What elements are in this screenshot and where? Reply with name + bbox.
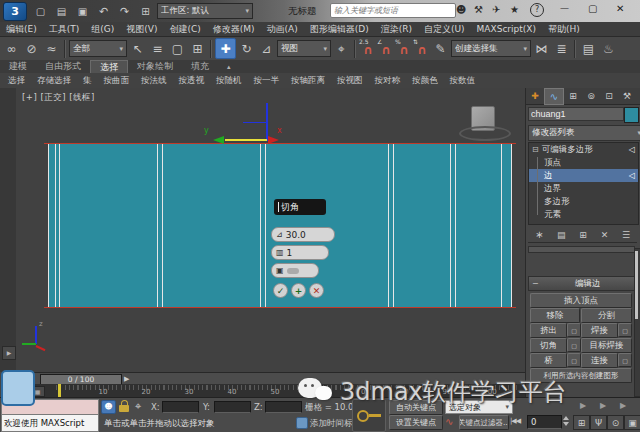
ribbon-btn-by-half[interactable]: 按一半	[249, 75, 285, 87]
frame-spinner[interactable]	[562, 415, 570, 427]
caddy-ok-button[interactable]: ✓	[273, 283, 288, 298]
menu-views[interactable]: 视图(V)	[120, 23, 163, 36]
undo-icon[interactable]: ↶	[94, 2, 113, 21]
edge-line[interactable]	[48, 144, 49, 307]
maximize-viewport-icon[interactable]: ▣	[624, 415, 640, 430]
caddy-amount-field[interactable]: ⊿ 30.0	[271, 227, 335, 242]
edge-line[interactable]	[455, 144, 456, 307]
pin-stack-icon[interactable]: ◁	[629, 145, 635, 154]
menu-modifiers[interactable]: 修改器(M)	[207, 23, 261, 36]
reference-coordinate-dropdown[interactable]: 视图 ▾	[277, 40, 331, 57]
align-icon[interactable]: ≣	[552, 39, 571, 58]
select-by-name-icon[interactable]: ≡	[148, 39, 167, 58]
weld-button[interactable]: 焊接	[581, 323, 618, 338]
tab-hierarchy-icon[interactable]: ⊞	[564, 89, 582, 104]
ribbon-btn-stored-selections[interactable]: 存储选择	[32, 75, 76, 87]
key-filters-button[interactable]: 关键点过滤器...	[459, 415, 509, 430]
ribbon-tab-freeform[interactable]: 自由形式	[36, 60, 90, 73]
caddy-segments-field[interactable]: ▥ 1	[271, 245, 329, 260]
menu-help[interactable]: 帮助(H)	[542, 23, 586, 36]
minimize-button[interactable]: —	[560, 3, 569, 13]
menu-maxscript[interactable]: MAXScript(X)	[471, 24, 542, 34]
redo-icon[interactable]: ↷	[115, 2, 134, 21]
select-and-link-icon[interactable]: ∞	[2, 39, 21, 58]
menu-rendering[interactable]: 渲染(R)	[375, 23, 418, 36]
bridge-settings-icon[interactable]: ▢	[567, 353, 581, 367]
edge-line[interactable]	[162, 144, 163, 307]
extrude-settings-icon[interactable]: ▢	[567, 323, 581, 337]
rotate-tool-icon[interactable]: ↻	[237, 39, 256, 58]
menu-edit[interactable]: 编辑(E)	[0, 23, 43, 36]
isolate-selection-button[interactable]: ☻	[101, 400, 116, 414]
key-mode-wave-icon[interactable]: ∿	[445, 416, 453, 427]
bind-to-spacewarp-icon[interactable]: ≈	[42, 39, 61, 58]
edge-line[interactable]	[59, 144, 60, 307]
target-weld-button[interactable]: 目标焊接	[581, 338, 632, 353]
search-input[interactable]	[330, 3, 456, 18]
edge-line[interactable]	[450, 144, 451, 307]
tab-motion-icon[interactable]: ⊚	[582, 89, 600, 104]
open-file-icon[interactable]: ▤	[52, 2, 71, 21]
render-setup-icon[interactable]: ♨	[599, 39, 618, 58]
ribbon-btn-by-surface[interactable]: 按曲面	[99, 75, 135, 87]
strip-expand-button[interactable]: ▶	[2, 346, 16, 360]
workspace-dropdown[interactable]: 工作区: 默认 ▾	[157, 3, 253, 19]
ribbon-btn-sets[interactable]: 集	[78, 75, 97, 87]
configure-modifier-sets-icon[interactable]: ☰	[622, 230, 630, 240]
ribbon-btn-by-view[interactable]: 按视图	[332, 75, 368, 87]
remove-button[interactable]: 移除	[530, 308, 580, 323]
ribbon-btn-by-color[interactable]: 按颜色	[407, 75, 443, 87]
spinner-snap-icon[interactable]: ⇅ ∩	[413, 39, 430, 58]
scrollbar-thumb[interactable]	[635, 251, 638, 319]
tree-collapse-icon[interactable]: ⊟	[532, 145, 539, 154]
help-icon[interactable]: ?	[530, 3, 544, 17]
caddy-apply-button[interactable]: +	[291, 283, 306, 298]
stack-item-element[interactable]: 元素	[529, 208, 638, 221]
stack-item-edge-selected[interactable]: 边 ◁	[529, 169, 638, 182]
ribbon-btn-by-symmetry[interactable]: 按对称	[370, 75, 406, 87]
favorites-star-icon[interactable]: ★	[510, 4, 519, 15]
ribbon-btn-by-normal[interactable]: 按法线	[136, 75, 172, 87]
edge-line[interactable]	[393, 144, 394, 307]
tab-utilities-icon[interactable]: ⚒	[618, 89, 636, 104]
extrude-button[interactable]: 挤出	[530, 323, 567, 338]
orbit-view-icon[interactable]: ⊙	[607, 415, 624, 430]
connect-button[interactable]: 连接	[581, 353, 618, 368]
menu-animation[interactable]: 动画(A)	[261, 23, 304, 36]
menu-group[interactable]: 组(G)	[85, 23, 120, 36]
chamfer-button[interactable]: 切角	[530, 338, 567, 353]
ribbon-tab-modeling[interactable]: 建模	[0, 60, 36, 73]
stack-item-polygon[interactable]: 多边形	[529, 195, 638, 208]
angle-snap-icon[interactable]: ∠ ∩	[377, 39, 394, 58]
menu-tools[interactable]: 工具(T)	[43, 23, 86, 36]
ribbon-tab-populate[interactable]: 填充	[182, 60, 218, 73]
gizmo-y-arrowhead[interactable]	[213, 136, 224, 144]
show-end-result-icon[interactable]: ▤	[557, 230, 566, 240]
snap-toggle-25-icon[interactable]: 2.5 ∩	[359, 39, 376, 58]
z-coord-field[interactable]	[265, 401, 302, 413]
edge-line[interactable]	[265, 144, 266, 307]
object-color-swatch[interactable]	[624, 107, 639, 123]
gizmo-x-arrowhead[interactable]	[268, 136, 279, 144]
move-tool-icon[interactable]: ✚	[215, 38, 236, 59]
stack-item-border[interactable]: 边界	[529, 182, 638, 195]
maximize-button[interactable]: ▢	[588, 3, 597, 14]
menu-create[interactable]: 创建(C)	[163, 23, 206, 36]
set-key-button[interactable]: 设置关键点	[389, 415, 443, 430]
selected-edge-top[interactable]	[44, 143, 516, 144]
current-frame-field[interactable]: 0	[527, 415, 562, 429]
ribbon-btn-by-random[interactable]: 按随机	[211, 75, 247, 87]
rectangular-region-icon[interactable]: ▢	[168, 39, 187, 58]
viewport-label[interactable]: [+] [正交] [线框]	[22, 92, 95, 104]
x-coord-field[interactable]	[162, 401, 199, 413]
mirror-icon[interactable]: ⋈	[532, 39, 551, 58]
close-button[interactable]: ✕	[616, 3, 624, 14]
selection-lock-icon[interactable]	[119, 400, 130, 412]
gizmo-plane-handle[interactable]	[243, 122, 267, 123]
viewport[interactable]: [+] [正交] [线框] y x 切角 ⊿	[16, 88, 525, 373]
selected-edge-bottom[interactable]	[44, 307, 516, 308]
project-folder-icon[interactable]: ⊞	[136, 2, 155, 21]
ribbon-btn-by-numeric[interactable]: 按数值	[445, 75, 481, 87]
caddy-open-toggle[interactable]: ▣	[271, 263, 319, 278]
select-object-icon[interactable]: ↖	[128, 39, 147, 58]
